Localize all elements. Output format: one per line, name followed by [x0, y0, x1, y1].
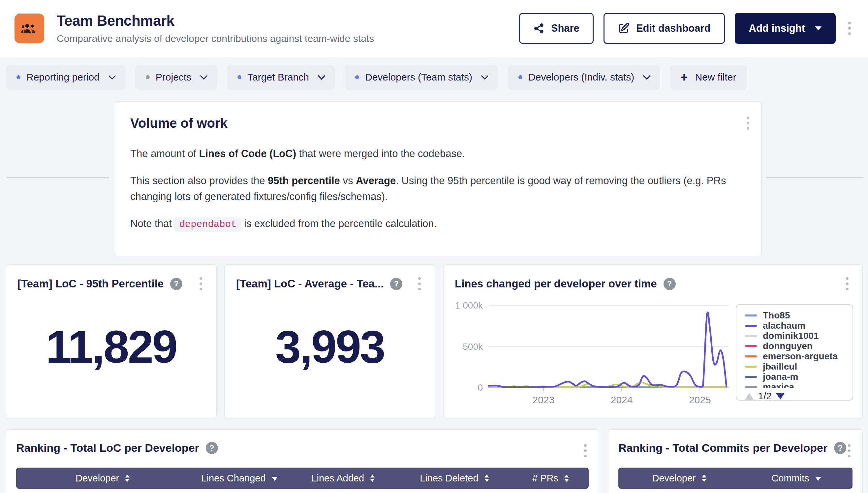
share-button[interactable]: Share	[519, 13, 594, 44]
title-block: Team Benchmark Comparative analysis of d…	[57, 13, 374, 44]
column-label: # PRs	[532, 473, 558, 484]
column-header-developer[interactable]: Developer	[618, 468, 740, 489]
stat-card-kebab-menu[interactable]	[416, 275, 423, 293]
stat-value: 3,993	[236, 293, 423, 409]
legend-item-alachaum[interactable]: alachaum	[745, 320, 852, 331]
volume-paragraph-1: The amount of Lines of Code (LoC) that w…	[130, 146, 744, 162]
legend-item-joana-m[interactable]: joana-m	[745, 371, 852, 382]
new-filter-button[interactable]: + New filter	[670, 65, 747, 90]
filter-projects[interactable]: Projects	[135, 65, 217, 90]
column-label: Lines Deleted	[420, 473, 478, 484]
column-label: Developer	[75, 473, 119, 484]
svg-text:2025: 2025	[689, 394, 711, 405]
filter-label: Projects	[156, 71, 191, 83]
edit-dashboard-button[interactable]: Edit dashboard	[603, 13, 725, 44]
column-header-lines-added[interactable]: Lines Added	[290, 468, 396, 489]
chevron-down-icon	[108, 72, 116, 80]
chart-legend: Tho85alachaumdominik1001donnguyenemerson…	[736, 304, 853, 401]
ranking-loc-card: Ranking - Total LoC per Developer ? Deve…	[6, 429, 599, 493]
sort-icon	[485, 474, 489, 482]
help-icon[interactable]: ?	[664, 278, 676, 290]
legend-item-donnguyen[interactable]: donnguyen	[745, 341, 852, 351]
help-icon[interactable]: ?	[834, 442, 846, 454]
legend-swatch	[745, 325, 757, 327]
sort-icon	[564, 474, 569, 482]
legend-label: dominik1001	[763, 331, 819, 341]
filter-developers-indiv-stats-[interactable]: Developers (Indiv. stats)	[508, 65, 660, 90]
sort-icon	[370, 474, 375, 482]
legend-swatch	[745, 315, 757, 317]
ranking-loc-table-header: DeveloperLines ChangedLines AddedLines D…	[16, 468, 589, 489]
legend-label: emerson-argueta	[763, 351, 838, 362]
legend-page-down-icon[interactable]	[776, 393, 784, 400]
stat-card-loc-average: [Team] LoC - Average - Tea... ? 3,993	[224, 264, 435, 419]
ranking-commits-title: Ranking - Total Commits per Developer	[618, 442, 827, 454]
help-icon[interactable]: ?	[390, 278, 402, 290]
stat-card-title: [Team] LoC - 95th Percentile	[18, 278, 163, 290]
legend-swatch	[745, 335, 757, 337]
edit-dashboard-label: Edit dashboard	[636, 22, 711, 34]
volume-card-kebab-menu[interactable]	[744, 114, 752, 132]
filter-developers-team-stats-[interactable]: Developers (Team stats)	[344, 65, 498, 90]
column-header-commits[interactable]: Commits	[740, 468, 852, 489]
dashboard-logo	[15, 14, 44, 43]
volume-paragraph-3: Note that dependabot is excluded from th…	[130, 216, 744, 233]
topbar-actions: Share Edit dashboard Add insight	[519, 13, 853, 44]
chevron-down-icon	[318, 72, 326, 80]
chevron-down-icon	[481, 72, 489, 80]
column-header-developer[interactable]: Developer	[16, 468, 189, 489]
add-insight-button[interactable]: Add insight	[735, 13, 836, 44]
legend-page-up-icon[interactable]	[745, 393, 754, 400]
filter-status-dot	[238, 75, 241, 79]
section-divider-left	[6, 177, 109, 178]
column-header--prs[interactable]: # PRs	[512, 468, 589, 489]
legend-swatch	[745, 366, 757, 368]
filter-target-branch[interactable]: Target Branch	[227, 65, 335, 90]
legend-item-maxica[interactable]: maxica	[745, 382, 852, 388]
help-icon[interactable]: ?	[206, 442, 218, 454]
legend-item-emerson-argueta[interactable]: emerson-argueta	[745, 351, 852, 361]
page-title: Team Benchmark	[57, 13, 374, 29]
legend-item-jbailleul[interactable]: jbailleul	[745, 361, 852, 371]
column-header-lines-deleted[interactable]: Lines Deleted	[396, 468, 512, 489]
filter-label: Target Branch	[247, 71, 309, 83]
caret-down-icon	[815, 26, 822, 30]
stat-card-kebab-menu[interactable]	[197, 275, 205, 293]
chart-card-kebab-menu[interactable]	[843, 275, 851, 293]
filter-bar: Reporting periodProjectsTarget BranchDev…	[6, 65, 747, 90]
column-label: Lines Added	[311, 473, 364, 484]
ranking-loc-kebab-menu[interactable]	[581, 442, 589, 460]
legend-label: donnguyen	[763, 341, 813, 351]
filter-status-dot	[355, 75, 359, 79]
volume-paragraph-2: This section also provides the 95th perc…	[130, 173, 744, 205]
chevron-down-icon	[643, 72, 651, 80]
legend-item-Tho85[interactable]: Tho85	[745, 310, 852, 320]
filter-reporting-period[interactable]: Reporting period	[6, 65, 125, 90]
ranking-commits-kebab-menu[interactable]	[845, 442, 853, 460]
legend-item-dominik1001[interactable]: dominik1001	[745, 331, 852, 341]
stat-card-title: [Team] LoC - Average - Tea...	[236, 278, 383, 290]
help-icon[interactable]: ?	[170, 278, 182, 290]
volume-of-work-card: Volume of work The amount of Lines of Co…	[114, 101, 762, 256]
edit-pencil-icon	[618, 22, 629, 34]
legend-pagination: 1/2	[745, 391, 852, 402]
series-line-alachaum	[489, 313, 727, 387]
sort-icon	[125, 474, 130, 482]
volume-card-title: Volume of work	[130, 116, 745, 131]
stat-value: 11,829	[18, 293, 205, 409]
column-label: Developer	[652, 473, 696, 484]
column-header-lines-changed[interactable]: Lines Changed	[189, 468, 290, 489]
svg-text:500k: 500k	[463, 342, 483, 352]
add-insight-label: Add insight	[749, 22, 805, 34]
legend-label: jbailleul	[763, 361, 797, 372]
filter-status-dot	[518, 75, 522, 79]
legend-label: joana-m	[763, 371, 798, 382]
legend-page-indicator: 1/2	[758, 391, 771, 402]
section-divider-right	[766, 177, 863, 178]
legend-label: Tho85	[763, 310, 790, 321]
page-subtitle: Comparative analysis of developer contri…	[57, 33, 374, 44]
header-kebab-menu[interactable]	[846, 19, 853, 38]
stat-card-loc-95th-percentile: [Team] LoC - 95th Percentile ? 11,829	[6, 264, 217, 419]
filter-label: Reporting period	[26, 71, 99, 83]
column-label: Commits	[771, 473, 809, 484]
